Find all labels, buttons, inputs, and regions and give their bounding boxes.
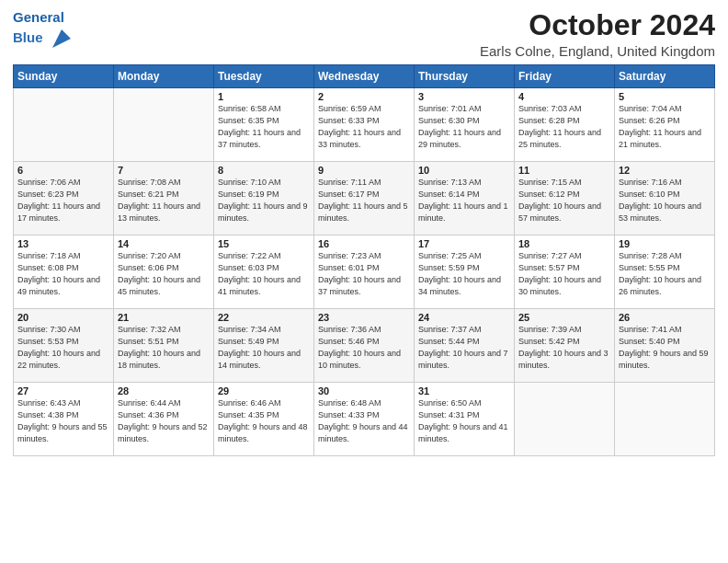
day-number: 31 (418, 385, 510, 396)
calendar-cell: 15Sunrise: 7:22 AM Sunset: 6:03 PM Dayli… (214, 236, 314, 309)
calendar-cell: 17Sunrise: 7:25 AM Sunset: 5:59 PM Dayli… (415, 236, 515, 309)
day-number: 28 (118, 385, 210, 396)
day-info: Sunrise: 7:01 AM Sunset: 6:30 PM Dayligh… (418, 103, 510, 151)
day-number: 8 (218, 165, 310, 176)
day-number: 5 (619, 91, 711, 102)
day-number: 24 (418, 312, 510, 323)
day-info: Sunrise: 7:03 AM Sunset: 6:28 PM Dayligh… (518, 103, 610, 151)
calendar-cell: 6Sunrise: 7:06 AM Sunset: 6:23 PM Daylig… (14, 162, 114, 236)
day-info: Sunrise: 7:28 AM Sunset: 5:55 PM Dayligh… (619, 250, 711, 298)
weekday-header-wednesday: Wednesday (314, 65, 415, 88)
day-number: 25 (518, 312, 610, 323)
calendar-cell: 24Sunrise: 7:37 AM Sunset: 5:44 PM Dayli… (415, 309, 515, 383)
calendar-cell: 10Sunrise: 7:13 AM Sunset: 6:14 PM Dayli… (415, 162, 515, 236)
calendar-cell: 21Sunrise: 7:32 AM Sunset: 5:51 PM Dayli… (114, 309, 214, 383)
day-info: Sunrise: 7:37 AM Sunset: 5:44 PM Dayligh… (418, 324, 510, 372)
calendar-cell: 16Sunrise: 7:23 AM Sunset: 6:01 PM Dayli… (314, 236, 415, 309)
calendar-cell: 1Sunrise: 6:58 AM Sunset: 6:35 PM Daylig… (214, 88, 314, 162)
weekday-header-thursday: Thursday (415, 65, 515, 88)
day-info: Sunrise: 7:10 AM Sunset: 6:19 PM Dayligh… (218, 177, 310, 224)
month-title: October 2024 (480, 9, 715, 41)
day-info: Sunrise: 6:59 AM Sunset: 6:33 PM Dayligh… (318, 103, 410, 151)
week-row-3: 20Sunrise: 7:30 AM Sunset: 5:53 PM Dayli… (14, 309, 715, 383)
calendar-cell: 5Sunrise: 7:04 AM Sunset: 6:26 PM Daylig… (615, 88, 715, 162)
day-info: Sunrise: 7:39 AM Sunset: 5:42 PM Dayligh… (518, 324, 610, 372)
day-number: 1 (218, 91, 310, 102)
day-info: Sunrise: 7:18 AM Sunset: 6:08 PM Dayligh… (17, 250, 109, 298)
calendar-cell: 27Sunrise: 6:43 AM Sunset: 4:38 PM Dayli… (14, 383, 114, 456)
day-info: Sunrise: 7:22 AM Sunset: 6:03 PM Dayligh… (218, 250, 310, 298)
day-info: Sunrise: 7:41 AM Sunset: 5:40 PM Dayligh… (619, 324, 711, 372)
day-info: Sunrise: 6:50 AM Sunset: 4:31 PM Dayligh… (418, 397, 510, 445)
day-info: Sunrise: 7:04 AM Sunset: 6:26 PM Dayligh… (619, 103, 711, 151)
weekday-header-monday: Monday (114, 65, 214, 88)
svg-marker-0 (52, 29, 71, 48)
weekday-header-saturday: Saturday (615, 65, 715, 88)
weekday-header-row: SundayMondayTuesdayWednesdayThursdayFrid… (14, 65, 715, 88)
day-number: 13 (17, 238, 109, 249)
day-info: Sunrise: 7:27 AM Sunset: 5:57 PM Dayligh… (518, 250, 610, 298)
day-number: 14 (118, 238, 210, 249)
day-info: Sunrise: 6:44 AM Sunset: 4:36 PM Dayligh… (118, 397, 210, 445)
day-info: Sunrise: 6:43 AM Sunset: 4:38 PM Dayligh… (17, 397, 109, 445)
day-info: Sunrise: 7:15 AM Sunset: 6:12 PM Dayligh… (518, 177, 610, 224)
calendar-cell: 30Sunrise: 6:48 AM Sunset: 4:33 PM Dayli… (314, 383, 415, 456)
calendar-body: 1Sunrise: 6:58 AM Sunset: 6:35 PM Daylig… (14, 88, 715, 456)
week-row-1: 6Sunrise: 7:06 AM Sunset: 6:23 PM Daylig… (14, 162, 715, 236)
day-number: 12 (619, 165, 711, 176)
week-row-2: 13Sunrise: 7:18 AM Sunset: 6:08 PM Dayli… (14, 236, 715, 309)
logo-blue-text: Blue (13, 26, 74, 52)
day-number: 30 (318, 385, 410, 396)
calendar-cell: 4Sunrise: 7:03 AM Sunset: 6:28 PM Daylig… (515, 88, 615, 162)
day-number: 15 (218, 238, 310, 249)
day-number: 18 (518, 238, 610, 249)
calendar-cell: 8Sunrise: 7:10 AM Sunset: 6:19 PM Daylig… (214, 162, 314, 236)
calendar-cell: 11Sunrise: 7:15 AM Sunset: 6:12 PM Dayli… (515, 162, 615, 236)
day-info: Sunrise: 7:20 AM Sunset: 6:06 PM Dayligh… (118, 250, 210, 298)
calendar-cell: 14Sunrise: 7:20 AM Sunset: 6:06 PM Dayli… (114, 236, 214, 309)
calendar-cell: 22Sunrise: 7:34 AM Sunset: 5:49 PM Dayli… (214, 309, 314, 383)
weekday-header-sunday: Sunday (14, 65, 114, 88)
day-number: 6 (17, 165, 109, 176)
day-number: 2 (318, 91, 410, 102)
day-info: Sunrise: 7:36 AM Sunset: 5:46 PM Dayligh… (318, 324, 410, 372)
day-number: 9 (318, 165, 410, 176)
day-number: 10 (418, 165, 510, 176)
day-info: Sunrise: 7:25 AM Sunset: 5:59 PM Dayligh… (418, 250, 510, 298)
calendar-cell: 18Sunrise: 7:27 AM Sunset: 5:57 PM Dayli… (515, 236, 615, 309)
day-number: 7 (118, 165, 210, 176)
calendar-cell: 29Sunrise: 6:46 AM Sunset: 4:35 PM Dayli… (214, 383, 314, 456)
calendar-cell: 19Sunrise: 7:28 AM Sunset: 5:55 PM Dayli… (615, 236, 715, 309)
day-info: Sunrise: 7:32 AM Sunset: 5:51 PM Dayligh… (118, 324, 210, 372)
calendar-cell: 23Sunrise: 7:36 AM Sunset: 5:46 PM Dayli… (314, 309, 415, 383)
location: Earls Colne, England, United Kingdom (480, 43, 715, 59)
day-number: 27 (17, 385, 109, 396)
day-info: Sunrise: 7:23 AM Sunset: 6:01 PM Dayligh… (318, 250, 410, 298)
calendar-table: SundayMondayTuesdayWednesdayThursdayFrid… (13, 64, 715, 456)
day-info: Sunrise: 7:34 AM Sunset: 5:49 PM Dayligh… (218, 324, 310, 372)
calendar-cell: 25Sunrise: 7:39 AM Sunset: 5:42 PM Dayli… (515, 309, 615, 383)
day-info: Sunrise: 7:13 AM Sunset: 6:14 PM Dayligh… (418, 177, 510, 224)
calendar-cell: 26Sunrise: 7:41 AM Sunset: 5:40 PM Dayli… (615, 309, 715, 383)
calendar-cell (515, 383, 615, 456)
logo: General Blue (13, 9, 74, 52)
calendar-cell: 3Sunrise: 7:01 AM Sunset: 6:30 PM Daylig… (415, 88, 515, 162)
day-number: 20 (17, 312, 109, 323)
day-info: Sunrise: 7:30 AM Sunset: 5:53 PM Dayligh… (17, 324, 109, 372)
day-number: 22 (218, 312, 310, 323)
week-row-4: 27Sunrise: 6:43 AM Sunset: 4:38 PM Dayli… (14, 383, 715, 456)
day-info: Sunrise: 7:16 AM Sunset: 6:10 PM Dayligh… (619, 177, 711, 224)
page-header: General Blue October 2024 Earls Colne, E… (13, 9, 715, 59)
logo-text: General (13, 9, 74, 26)
calendar-cell: 12Sunrise: 7:16 AM Sunset: 6:10 PM Dayli… (615, 162, 715, 236)
weekday-header-friday: Friday (515, 65, 615, 88)
day-info: Sunrise: 6:48 AM Sunset: 4:33 PM Dayligh… (318, 397, 410, 445)
day-info: Sunrise: 7:11 AM Sunset: 6:17 PM Dayligh… (318, 177, 410, 224)
day-number: 4 (518, 91, 610, 102)
calendar-cell: 28Sunrise: 6:44 AM Sunset: 4:36 PM Dayli… (114, 383, 214, 456)
calendar-cell (615, 383, 715, 456)
logo-icon (49, 26, 74, 52)
day-number: 23 (318, 312, 410, 323)
calendar-cell: 7Sunrise: 7:08 AM Sunset: 6:21 PM Daylig… (114, 162, 214, 236)
calendar-cell (14, 88, 114, 162)
